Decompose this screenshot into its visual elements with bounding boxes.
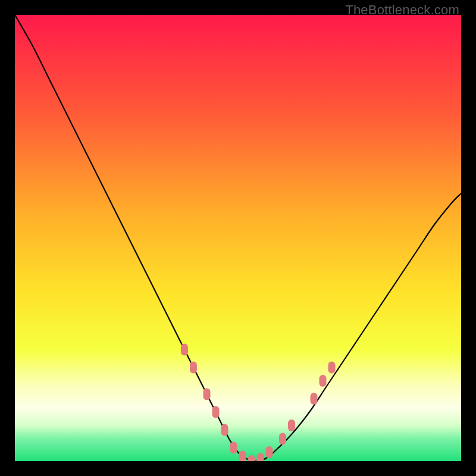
curve-marker xyxy=(190,362,197,374)
plot-area xyxy=(15,15,461,461)
curve-marker xyxy=(288,419,295,431)
curve-marker xyxy=(279,433,286,445)
curve-marker xyxy=(230,442,237,454)
curve-marker xyxy=(203,389,211,400)
watermark-text: TheBottleneck.com xyxy=(345,2,459,18)
curve-marker xyxy=(266,446,273,458)
curve-marker xyxy=(181,344,188,356)
curve-marker xyxy=(328,362,336,374)
curve-marker xyxy=(257,453,264,461)
curve-marker xyxy=(212,406,220,418)
curve-marker xyxy=(239,451,246,462)
curve-marker xyxy=(320,375,327,387)
chart-frame: TheBottleneck.com xyxy=(0,0,476,476)
curve-marker xyxy=(311,393,318,405)
curve-marker xyxy=(248,455,255,461)
bottleneck-curve xyxy=(15,15,461,461)
curve-marker xyxy=(221,424,228,436)
